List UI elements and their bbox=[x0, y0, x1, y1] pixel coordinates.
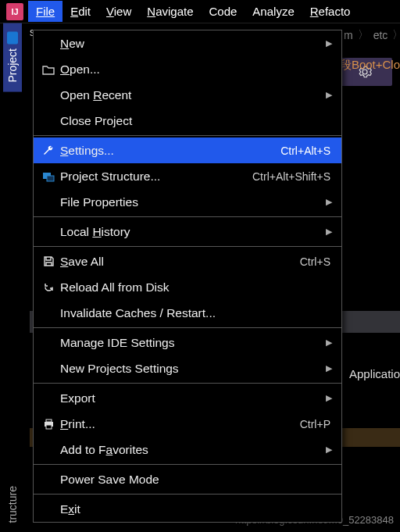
menu-item-reload[interactable]: Reload All from Disk bbox=[34, 274, 341, 300]
menu-item-new[interactable]: New ▶ bbox=[34, 30, 341, 56]
file-menu: New ▶ Open... Open Recent ▶ Close Projec… bbox=[33, 30, 342, 523]
shortcut: Ctrl+Alt+S bbox=[280, 145, 334, 157]
print-icon bbox=[40, 419, 57, 430]
menu-view[interactable]: View bbox=[98, 1, 139, 22]
editor-text-fragment: Applicatio bbox=[349, 367, 400, 380]
shortcut: Ctrl+S bbox=[300, 255, 334, 268]
menu-label: Settings... bbox=[57, 144, 280, 158]
menu-label: New Projects Settings bbox=[57, 362, 326, 376]
menu-item-new-projects-settings[interactable]: New Projects Settings ▶ bbox=[34, 355, 341, 381]
menu-refactor[interactable]: Refacto bbox=[302, 1, 359, 22]
menu-item-file-properties[interactable]: File Properties ▶ bbox=[34, 189, 341, 215]
menu-label: Close Project bbox=[57, 114, 334, 128]
menu-item-open-recent[interactable]: Open Recent ▶ bbox=[34, 82, 341, 108]
menu-item-save-all[interactable]: Save All Ctrl+S bbox=[34, 248, 341, 274]
breadcrumb[interactable]: m 〉 etc 〉 bbox=[344, 28, 400, 42]
menu-edit[interactable]: Edit bbox=[62, 1, 98, 22]
shortcut: Ctrl+Alt+Shift+S bbox=[252, 170, 334, 183]
submenu-arrow-icon: ▶ bbox=[326, 337, 334, 348]
chevron-right-icon: 〉 bbox=[392, 28, 400, 42]
tool-sidebar: Project tructure bbox=[0, 23, 25, 532]
menu-separator bbox=[34, 383, 341, 384]
chevron-right-icon: 〉 bbox=[358, 28, 369, 42]
submenu-arrow-icon: ▶ bbox=[326, 197, 334, 207]
menu-file[interactable]: File bbox=[28, 1, 62, 22]
menu-label: Print... bbox=[57, 417, 300, 431]
sidetab-structure-label: tructure bbox=[6, 486, 19, 523]
menubar: IJ File Edit View Navigate Code Analyze … bbox=[0, 0, 400, 23]
app-icon: IJ bbox=[6, 3, 23, 20]
menu-item-project-structure[interactable]: Project Structure... Ctrl+Alt+Shift+S bbox=[34, 163, 341, 189]
menu-separator bbox=[34, 216, 341, 217]
menu-item-export[interactable]: Export ▶ bbox=[34, 385, 341, 411]
menu-navigate[interactable]: Navigate bbox=[139, 1, 201, 22]
editor-text-fragment: 段Boot+Clo bbox=[340, 58, 400, 73]
menu-label: Open... bbox=[57, 62, 334, 77]
menu-item-print[interactable]: Print... Ctrl+P bbox=[34, 411, 341, 437]
menu-separator bbox=[34, 494, 341, 495]
menu-item-exit[interactable]: Exit bbox=[34, 496, 341, 522]
submenu-arrow-icon: ▶ bbox=[326, 90, 334, 100]
menu-label: Invalidate Caches / Restart... bbox=[57, 306, 334, 320]
menu-code[interactable]: Code bbox=[202, 1, 245, 22]
sidetab-project-label: Project bbox=[6, 48, 19, 83]
svg-rect-2 bbox=[46, 420, 52, 422]
menu-label: Reload All from Disk bbox=[57, 280, 334, 295]
menu-label: Project Structure... bbox=[57, 170, 252, 184]
breadcrumb-part: m bbox=[344, 29, 353, 41]
menu-label: Local History bbox=[57, 225, 326, 239]
menu-item-favorites[interactable]: Add to Favorites ▶ bbox=[34, 437, 341, 462]
save-icon bbox=[40, 255, 57, 267]
reload-icon bbox=[40, 281, 57, 293]
submenu-arrow-icon: ▶ bbox=[326, 38, 334, 48]
menu-separator bbox=[34, 135, 341, 136]
submenu-arrow-icon: ▶ bbox=[326, 363, 334, 373]
menu-label: Export bbox=[57, 391, 326, 405]
menu-label: Save All bbox=[57, 255, 300, 269]
breadcrumb-part: etc bbox=[373, 29, 388, 41]
menu-item-invalidate[interactable]: Invalidate Caches / Restart... bbox=[34, 300, 341, 326]
menu-item-local-history[interactable]: Local History ▶ bbox=[34, 219, 341, 245]
folder-icon bbox=[7, 32, 18, 45]
menu-label: File Properties bbox=[57, 195, 326, 209]
menu-separator bbox=[34, 464, 341, 465]
menu-item-open[interactable]: Open... bbox=[34, 56, 341, 82]
menu-label: New bbox=[57, 37, 326, 51]
menu-item-manage-ide[interactable]: Manage IDE Settings ▶ bbox=[34, 330, 341, 355]
menu-analyze[interactable]: Analyze bbox=[245, 1, 302, 22]
shortcut: Ctrl+P bbox=[300, 418, 334, 430]
menu-item-settings[interactable]: Settings... Ctrl+Alt+S bbox=[34, 137, 341, 163]
sidetab-project[interactable]: Project bbox=[3, 23, 22, 92]
menu-label: Exit bbox=[57, 502, 334, 516]
menu-label: Open Recent bbox=[57, 88, 326, 102]
menu-label: Add to Favorites bbox=[57, 443, 326, 457]
svg-rect-4 bbox=[46, 425, 52, 429]
workspace: Project tructure sp m 〉 etc 〉 段Boot+Clo … bbox=[0, 23, 400, 532]
sidetab-structure[interactable]: tructure bbox=[3, 477, 22, 532]
menu-item-close-project[interactable]: Close Project bbox=[34, 108, 341, 134]
submenu-arrow-icon: ▶ bbox=[326, 227, 334, 237]
project-structure-icon bbox=[40, 171, 57, 182]
wrench-icon bbox=[40, 145, 57, 157]
menu-label: Power Save Mode bbox=[57, 473, 334, 487]
menu-item-power-save[interactable]: Power Save Mode bbox=[34, 466, 341, 492]
svg-rect-1 bbox=[47, 176, 54, 181]
open-folder-icon bbox=[40, 64, 57, 75]
menu-label: Manage IDE Settings bbox=[57, 336, 326, 350]
submenu-arrow-icon: ▶ bbox=[326, 393, 334, 403]
submenu-arrow-icon: ▶ bbox=[326, 445, 334, 455]
menu-separator bbox=[34, 327, 341, 328]
menu-separator bbox=[34, 246, 341, 247]
